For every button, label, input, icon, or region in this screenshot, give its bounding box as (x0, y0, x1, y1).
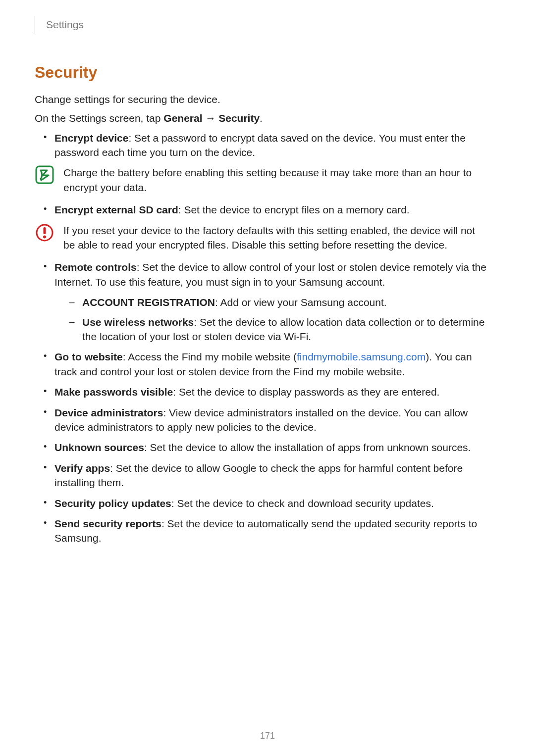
warning-reset: If you reset your device to the factory … (35, 223, 488, 252)
list-item: Verify apps: Set the device to allow Goo… (35, 461, 488, 490)
list-item: Use wireless networks: Set the device to… (54, 315, 488, 344)
term-security-reports: Send security reports (54, 518, 161, 529)
desc-verify-apps: : Set the device to allow Google to chec… (54, 462, 463, 488)
nav-prefix: On the Settings screen, tap (35, 112, 163, 124)
desc-encrypt-sd: : Set the device to encrypt files on a m… (178, 204, 410, 215)
term-wireless: Use wireless networks (82, 316, 194, 328)
term-passwords-visible: Make passwords visible (54, 386, 173, 398)
warning-reset-text: If you reset your device to the factory … (63, 223, 488, 252)
list-item: ACCOUNT REGISTRATION: Add or view your S… (54, 295, 488, 309)
bullet-list-top: Encrypt device: Set a password to encryp… (35, 131, 488, 160)
chapter-label: Settings (46, 19, 84, 31)
page: Settings Security Change settings for se… (0, 0, 535, 756)
term-unknown-sources: Unknown sources (54, 442, 144, 453)
nav-step-general: General (163, 112, 202, 124)
desc-policy-updates: : Set the device to check and download s… (171, 498, 434, 509)
list-item: Make passwords visible: Set the device t… (35, 385, 488, 399)
note-charge-text: Charge the battery before enabling this … (63, 165, 488, 195)
term-device-admins: Device administrators (54, 407, 163, 418)
section-title: Security (35, 63, 488, 82)
sublist-remote: ACCOUNT REGISTRATION: Add or view your S… (54, 295, 488, 344)
navigation-sentence: On the Settings screen, tap General → Se… (35, 111, 488, 125)
list-item: Encrypt device: Set a password to encryp… (35, 131, 488, 160)
link-findmymobile[interactable]: findmymobile.samsung.com (297, 351, 426, 362)
list-item: Unknown sources: Set the device to allow… (35, 440, 488, 454)
term-policy-updates: Security policy updates (54, 498, 171, 509)
term-encrypt-sd: Encrypt external SD card (54, 204, 178, 215)
term-verify-apps: Verify apps (54, 462, 110, 474)
nav-suffix: . (260, 112, 263, 124)
svg-rect-2 (44, 227, 46, 234)
term-encrypt-device: Encrypt device (54, 132, 128, 144)
list-item: Security policy updates: Set the device … (35, 496, 488, 510)
list-item: Go to website: Access the Find my mobile… (35, 350, 488, 379)
term-remote-controls: Remote controls (54, 261, 137, 273)
note-icon (35, 165, 54, 184)
desc-go-website-before: : Access the Find my mobile website ( (123, 351, 297, 362)
term-go-website: Go to website (54, 351, 123, 362)
warning-icon (35, 223, 54, 242)
list-item: Encrypt external SD card: Set the device… (35, 202, 488, 217)
intro-text: Change settings for securing the device. (35, 93, 488, 106)
term-account-reg: ACCOUNT REGISTRATION (82, 297, 215, 308)
bullet-list-main: Remote controls: Set the device to allow… (35, 260, 488, 545)
page-header: Settings (35, 16, 488, 34)
list-item: Device administrators: View device admin… (35, 405, 488, 435)
desc-passwords-visible: : Set the device to display passwords as… (173, 386, 439, 398)
note-charge: Charge the battery before enabling this … (35, 165, 488, 195)
bullet-list-sd: Encrypt external SD card: Set the device… (35, 202, 488, 217)
desc-account-reg: : Add or view your Samsung account. (215, 297, 387, 308)
svg-point-3 (43, 235, 46, 238)
nav-step-security: Security (218, 112, 260, 124)
list-item: Send security reports: Set the device to… (35, 516, 488, 546)
nav-arrow: → (203, 112, 219, 124)
desc-unknown-sources: : Set the device to allow the installati… (144, 442, 471, 453)
page-number: 171 (0, 731, 535, 741)
list-item: Remote controls: Set the device to allow… (35, 260, 488, 344)
